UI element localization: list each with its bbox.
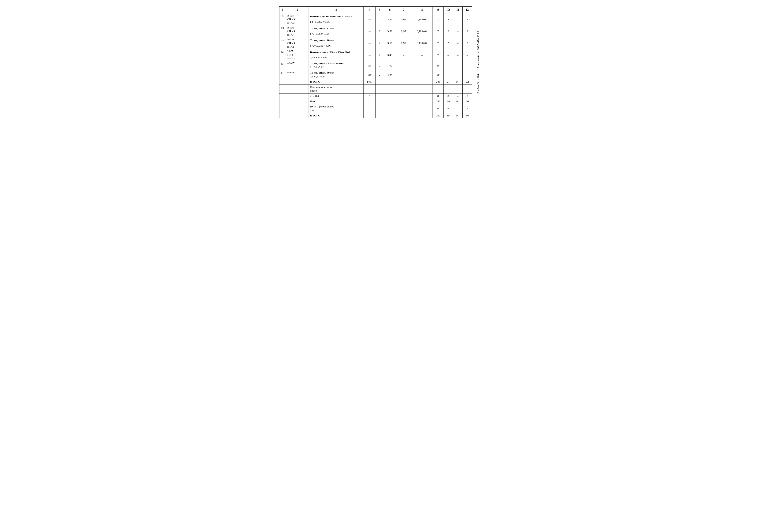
- header-col3: 3: [309, 7, 364, 13]
- s5-col10: 6: [444, 104, 453, 113]
- s6-col11: I/–: [453, 113, 462, 119]
- row9-code: I6-I35 СП ч.3 п.1773: [286, 13, 309, 25]
- header-col10: IO: [444, 7, 453, 13]
- row10-col10: 2: [444, 25, 453, 37]
- s2-label: Отклонения по зар-плате: [309, 84, 364, 93]
- s6-col2: [286, 113, 309, 119]
- row9-col9: 7: [433, 13, 444, 25]
- s5-col1: [279, 104, 286, 113]
- s4-col9: 253: [433, 99, 444, 104]
- s4-col2: [286, 99, 309, 104]
- s6-unit: ": [364, 113, 376, 119]
- row13-formula: 6xI,32 =7,92: [309, 66, 364, 70]
- s2-col9: [433, 84, 444, 93]
- row12-col6: 3,43: [384, 49, 396, 61]
- row10-col11: –: [453, 25, 462, 37]
- row9-col6: 3,26: [384, 13, 396, 25]
- s2-col7: [396, 84, 411, 93]
- s5-col7: [396, 104, 411, 113]
- page-wrapper: I 2 3 4 5 6 7 8 9 IO II I2 9. I6-I35 СП …: [277, 4, 483, 121]
- row14-col11: –: [453, 70, 462, 79]
- s5-col11: –: [453, 104, 462, 113]
- s4-col11: I/–: [453, 99, 462, 104]
- row14-code: п.I-4I8: [286, 70, 309, 79]
- s2-col11: [453, 84, 462, 93]
- s1-col8: [411, 79, 433, 84]
- table-row: 9. I6-I35 СП ч.3 п.1773 Вентили фланцевн…: [279, 13, 472, 19]
- row12-col12: –: [462, 49, 472, 61]
- row11-col12: 2: [462, 37, 472, 49]
- s4-col6: [384, 99, 396, 104]
- s1-col1: [279, 79, 286, 84]
- s3-col10: 8: [444, 93, 453, 99]
- row11-col5: 2: [375, 37, 384, 49]
- table-row: I4. п.I-4I8 То же, диам. 40 мм шт 2 9,9 …: [279, 70, 472, 74]
- s4-unit: ": [364, 99, 376, 104]
- row11-unit: шт: [364, 37, 376, 49]
- header-col6: 6: [384, 7, 396, 13]
- s6-label: ИТОГО:: [309, 113, 364, 119]
- s1-col11: I/–: [453, 79, 462, 84]
- s6-col6: [384, 113, 396, 119]
- row14-col10: –: [444, 70, 453, 79]
- s1-col12: 22: [462, 79, 472, 84]
- row12-col5: 2: [375, 49, 384, 61]
- row9-col12: 2: [462, 13, 472, 25]
- row10-col6: 3,52: [384, 25, 396, 37]
- row9-col11: –: [453, 13, 462, 25]
- row10-code: I6-I36 СП ч.3 п.1774: [286, 25, 309, 37]
- row10-col5: 2: [375, 25, 384, 37]
- row12-num: I2.: [279, 49, 286, 61]
- s4-col12: 30: [462, 99, 472, 104]
- row13-col7: –: [396, 61, 411, 70]
- s1-unit: руб.: [364, 79, 376, 84]
- summary-row-calc: 2I x 0,4 " 8 8 – 8: [279, 93, 472, 99]
- row14-col9: 20: [433, 70, 444, 79]
- s3-label: 2I x 0,4: [309, 93, 364, 99]
- s3-col5: [375, 93, 384, 99]
- vertical-label-top: Зональный т.п. 802-5-47м.13.86: [477, 31, 480, 69]
- row10-unit: шт: [364, 25, 376, 37]
- s5-col8: [411, 104, 433, 113]
- row14-col7: –: [396, 70, 411, 79]
- s1-col7: [396, 79, 411, 84]
- row14-col5: 2: [375, 70, 384, 79]
- row10-formula: I,72+0,9x2= 3,52: [309, 31, 364, 37]
- row9-col5: 2: [375, 13, 384, 25]
- header-col1: I: [279, 7, 286, 13]
- row11-desc-title: То же, диам. 40 мм: [309, 37, 364, 43]
- s1-col2: [286, 79, 309, 84]
- s1-col6: [384, 79, 396, 84]
- row12-col9: 7: [433, 49, 444, 61]
- s3-unit: ": [364, 93, 376, 99]
- s5-col2: [286, 104, 309, 113]
- row13-col10: –: [444, 61, 453, 70]
- row9-num: 9.: [279, 13, 286, 25]
- header-col2: 2: [286, 7, 309, 13]
- summary-row-pusk: Пуск и регулировка2% " 6 6 – 6: [279, 104, 472, 113]
- s6-col9: 259: [433, 113, 444, 119]
- row13-col5: 2: [375, 61, 384, 70]
- s3-col8: [411, 93, 433, 99]
- s3-col6: [384, 93, 396, 99]
- table-row: II. I6-I36 СП ч.3 п.1775 То же, диам. 40…: [279, 37, 472, 43]
- summary-row-otkl: Отклонения по зар-плате: [279, 84, 472, 93]
- row13-num: I3.: [279, 61, 286, 70]
- s3-col1: [279, 93, 286, 99]
- s4-col7: [396, 99, 411, 104]
- row13-code: п.I-4I7: [286, 61, 309, 70]
- row9-col8: 0,I9/0,04: [411, 13, 433, 25]
- row12-col8: –: [411, 49, 433, 61]
- row9-unit: шт: [364, 13, 376, 25]
- s1-label: ИТОГО:: [309, 79, 364, 84]
- row9-col10: 2: [444, 13, 453, 25]
- row11-col11: –: [453, 37, 462, 49]
- row9-desc-title: Вентили фланцевне диам. 25 мм: [309, 13, 364, 19]
- s2-unit: [364, 84, 376, 93]
- row10-col8: 0,I9/0,04: [411, 25, 433, 37]
- row11-formula: I,72+0,92x2 = 3,56: [309, 43, 364, 49]
- row14-col6: 9,9: [384, 70, 396, 79]
- row10-num: IO.: [279, 25, 286, 37]
- s2-col2: [286, 84, 309, 93]
- s1-col9: 245: [433, 79, 444, 84]
